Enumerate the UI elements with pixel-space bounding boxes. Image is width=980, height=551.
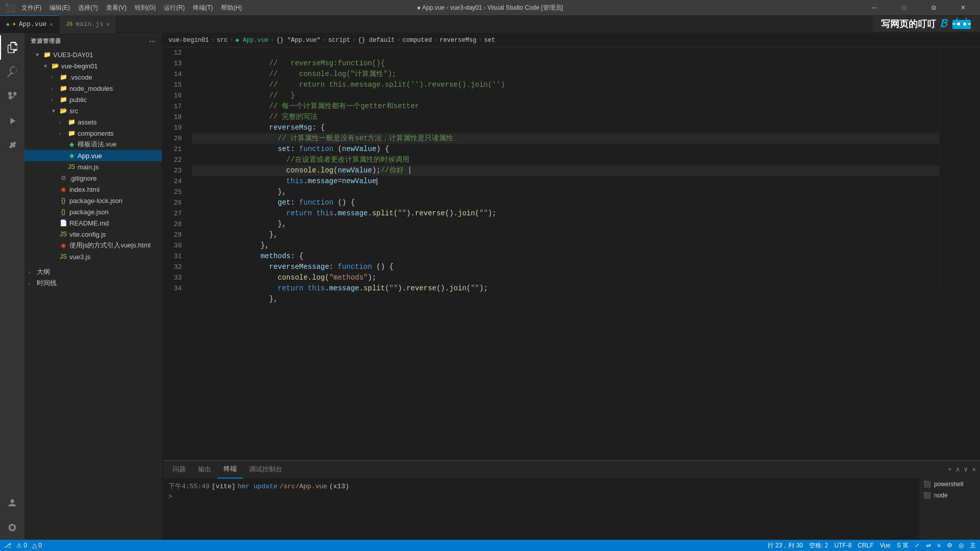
- line-numbers: 12 13 14 15 16 17 18 19 20 21 22 23 24 2…: [162, 47, 188, 294]
- tab-app-vue[interactable]: ◆ ● App.vue ✕: [0, 15, 60, 33]
- chevron-right-icon: ›: [59, 131, 65, 136]
- menu-select[interactable]: 选择(?): [78, 4, 98, 12]
- menu-terminal[interactable]: 终端(T): [193, 4, 213, 12]
- status-spaces[interactable]: 空格: 2: [809, 541, 828, 550]
- sidebar-item-index-html[interactable]: ◉ index.html: [24, 184, 162, 195]
- activity-extensions[interactable]: [0, 133, 24, 158]
- terminal-powershell[interactable]: ⬛ powershell: [919, 479, 980, 490]
- sidebar-item-label: vue3.js: [69, 253, 90, 261]
- terminal-tab-output[interactable]: 输出: [192, 461, 217, 479]
- maximize-button[interactable]: □: [892, 0, 916, 15]
- code-func: console: [278, 273, 308, 282]
- breadcrumb-set[interactable]: set: [484, 37, 496, 44]
- sidebar-item-label: assets: [78, 118, 97, 126]
- activity-source-control[interactable]: [0, 84, 24, 109]
- breadcrumb-computed[interactable]: computed: [403, 37, 432, 44]
- status-eol[interactable]: CRLF: [857, 542, 873, 549]
- code-string: "": [479, 209, 488, 217]
- close-button[interactable]: ✕: [951, 0, 975, 15]
- activity-settings[interactable]: [0, 515, 24, 540]
- breadcrumb-appvue[interactable]: ◆ App.vue: [235, 36, 268, 44]
- code-punct: () {: [333, 198, 355, 207]
- code-line-28: },: [192, 219, 939, 230]
- code-text: },: [252, 220, 286, 228]
- sidebar-item-src[interactable]: ▼ 📂 src: [24, 105, 162, 116]
- code-method: join: [449, 284, 467, 292]
- activity-search[interactable]: [0, 60, 24, 84]
- menu-file[interactable]: 文件(F): [21, 4, 41, 12]
- menu-edit[interactable]: 编辑(E): [50, 4, 70, 12]
- status-errors[interactable]: ⚠ 0: [16, 542, 27, 549]
- status-language[interactable]: Vue: [880, 542, 891, 549]
- terminal-node[interactable]: ⬛ node: [919, 490, 980, 501]
- sidebar-item-vscode[interactable]: › 📁 .vscode: [24, 71, 162, 83]
- terminal-content: 下午4:55:49 [vite] hmr update /src/App.vue…: [162, 479, 919, 540]
- sidebar-item-gitignore[interactable]: ⚙ .gitignore: [24, 172, 162, 184]
- sidebar-item-vue3-js[interactable]: JS vue3.js: [24, 251, 162, 262]
- menu-run[interactable]: 运行(R): [164, 4, 185, 12]
- code-text: [252, 177, 286, 185]
- terminal-close-button[interactable]: ✕: [972, 465, 976, 473]
- sidebar-item-node-modules[interactable]: › 📁 node_modules: [24, 83, 162, 94]
- restore-button[interactable]: ⧉: [922, 0, 945, 15]
- tab-close-icon[interactable]: ✕: [107, 21, 110, 28]
- terminal-count: (x13): [329, 483, 349, 490]
- breadcrumb-appvue2[interactable]: {} "App.vue": [276, 37, 320, 44]
- breadcrumb-vuebegin01[interactable]: vue-begin01: [168, 37, 209, 44]
- svg-line-2: [966, 18, 967, 20]
- code-editor[interactable]: 12 13 14 15 16 17 18 19 20 21 22 23 24 2…: [162, 47, 980, 460]
- status-warnings[interactable]: △ 0: [32, 542, 42, 549]
- sidebar-item-public[interactable]: › 📁 public: [24, 94, 162, 105]
- breadcrumb-script[interactable]: script: [328, 37, 350, 44]
- activity-explorer[interactable]: [0, 35, 24, 60]
- sidebar-item-template-vue[interactable]: ◆ 模板语法.vue: [24, 139, 162, 150]
- sidebar-item-package-lock[interactable]: {} package-lock.json: [24, 195, 162, 206]
- tab-close-icon[interactable]: ✕: [50, 21, 53, 28]
- sidebar-item-vue3day01[interactable]: ▼ 📁 VUE3-DAY01: [24, 49, 162, 60]
- sidebar-item-label: 模板语法.vue: [78, 140, 117, 149]
- terminal-expand-button[interactable]: ∨: [964, 465, 968, 473]
- terminal-tab-problems[interactable]: 问题: [166, 461, 192, 479]
- outline-header[interactable]: › 大纲: [24, 266, 162, 278]
- sidebar-item-readme[interactable]: 📄 README.md: [24, 217, 162, 229]
- sidebar-item-assets[interactable]: › 📁 assets: [24, 116, 162, 128]
- terminal-area: 问题 输出 终端 调试控制台 + ∧ ∨ ✕ 下午4:55:49: [162, 460, 980, 540]
- sidebar-item-vuejs-html[interactable]: ◉ 使用js的方式引入vuejs.html: [24, 240, 162, 251]
- sidebar-item-package-json[interactable]: {} package.json: [24, 206, 162, 217]
- menu-view[interactable]: 查看(V): [106, 4, 127, 12]
- status-suffix: 主: [970, 541, 976, 550]
- sidebar-more-button[interactable]: ···: [150, 38, 156, 44]
- terminal-collapse-button[interactable]: ∧: [956, 465, 960, 473]
- breadcrumb-src[interactable]: src: [216, 37, 228, 44]
- status-position[interactable]: 行 23，列 30: [768, 541, 803, 550]
- sidebar-item-components[interactable]: › 📁 components: [24, 128, 162, 139]
- code-text: [252, 263, 270, 271]
- sidebar-item-app-vue[interactable]: ◆ App.vue: [24, 150, 162, 161]
- breadcrumb-reversemsg[interactable]: reverseMsg: [439, 37, 476, 44]
- code-keyword: this: [286, 177, 304, 185]
- sidebar-item-main-js[interactable]: JS main.js: [24, 161, 162, 172]
- html-file-icon: ◉: [59, 242, 67, 249]
- tab-main-js[interactable]: JS main.js ✕: [60, 15, 116, 33]
- sidebar-item-vuebegin01[interactable]: ▼ 📂 vue-begin01: [24, 60, 162, 71]
- activity-account[interactable]: [0, 491, 24, 515]
- timeline-header[interactable]: › 时间线: [24, 278, 162, 289]
- status-encoding[interactable]: UTF-8: [834, 542, 851, 549]
- minimize-button[interactable]: ─: [863, 0, 886, 15]
- terminal-line-1: 下午4:55:49 [vite] hmr update /src/App.vue…: [168, 482, 913, 491]
- menu-help[interactable]: 帮助(H): [221, 4, 242, 12]
- menu-goto[interactable]: 转到(G): [135, 4, 156, 12]
- chevron-down-icon: ▼: [51, 108, 57, 114]
- code-text: );: [488, 209, 497, 217]
- title-bar-menu: 文件(F) 编辑(E) 选择(?) 查看(V) 转到(G) 运行(R) 终端(T…: [21, 4, 242, 12]
- json-file-icon: {}: [59, 197, 67, 204]
- activity-run[interactable]: [0, 109, 24, 133]
- sidebar-item-vite-config[interactable]: JS vite.config.js: [24, 229, 162, 240]
- terminal-add-button[interactable]: +: [948, 466, 952, 473]
- code-prop: message: [308, 177, 338, 185]
- terminal-tab-debug[interactable]: 调试控制台: [243, 461, 288, 479]
- breadcrumb-default[interactable]: {} default: [358, 37, 395, 44]
- code-text: .: [333, 209, 337, 217]
- terminal-tab-terminal[interactable]: 终端: [217, 461, 243, 479]
- code-text: },: [252, 188, 286, 196]
